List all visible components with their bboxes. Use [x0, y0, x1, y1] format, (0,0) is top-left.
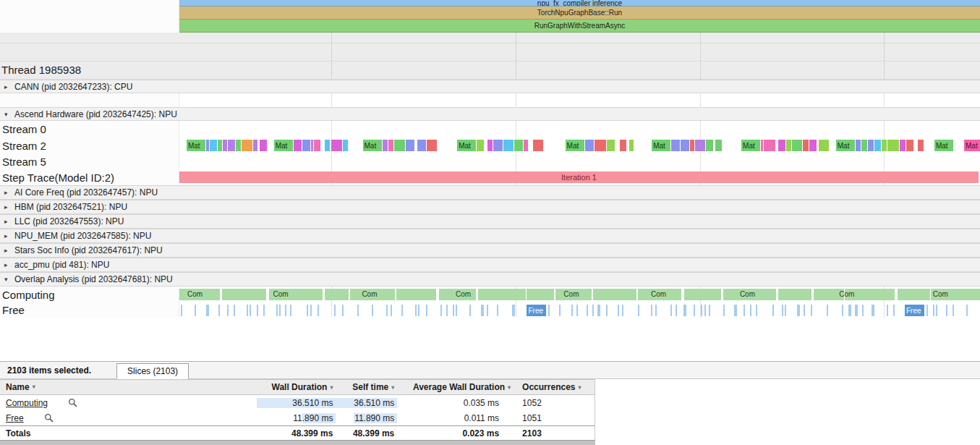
trace-slice[interactable] [497, 305, 498, 316]
slice-torchnpugraphbase-run[interactable]: TorchNpuGraphBase::Run [179, 7, 980, 20]
column-header-occurrences[interactable]: Occurrences▾ [516, 382, 595, 392]
trace-slice[interactable] [218, 305, 220, 316]
top-slices-canvas[interactable]: npu_fx_compiler inference TorchNpuGraphB… [179, 0, 980, 33]
trace-slice[interactable] [514, 140, 524, 151]
trace-slice[interactable] [651, 305, 652, 316]
trace-slice[interactable] [294, 140, 302, 151]
trace-slice[interactable] [372, 305, 373, 316]
trace-slice[interactable] [391, 305, 392, 316]
trace-slice-mat[interactable]: Mat [566, 140, 584, 151]
trace-slice[interactable] [453, 305, 454, 316]
trace-slice[interactable] [456, 305, 457, 316]
trace-slice[interactable] [548, 305, 550, 316]
empty-cpu-canvas[interactable] [179, 93, 980, 107]
trace-slice[interactable] [690, 140, 694, 151]
trace-slice[interactable] [782, 305, 783, 316]
trace-slice[interactable] [342, 305, 344, 316]
process-header-overlap[interactable]: ▾Overlap Analysis (pid 2032647681): NPU [0, 272, 980, 287]
trace-slice[interactable] [223, 140, 227, 151]
track-row-free[interactable]: Free FreeFree [0, 302, 980, 318]
trace-slice-mat[interactable]: Mat [457, 140, 476, 151]
trace-slice[interactable] [764, 140, 775, 151]
trace-slice[interactable] [868, 140, 874, 151]
track-canvas-stream5[interactable] [179, 153, 980, 169]
trace-slice[interactable] [357, 305, 359, 316]
trace-slice[interactable] [181, 305, 182, 316]
expander-icon[interactable]: ▸ [4, 83, 11, 90]
trace-slice-mat[interactable]: Mat [363, 140, 382, 151]
trace-slice[interactable] [318, 305, 319, 316]
process-header-npu_mem[interactable]: ▸NPU_MEM (pid 2032647585): NPU [0, 229, 980, 243]
trace-slice[interactable] [415, 305, 417, 316]
process-header-ascend-hardware[interactable]: ▾ Ascend Hardware (pid 2032647425): NPU [0, 107, 980, 121]
trace-slice-mat[interactable]: Mat [652, 140, 670, 151]
trace-slice-mat[interactable]: Mat [187, 140, 205, 151]
trace-slice[interactable] [206, 305, 209, 316]
trace-slice[interactable] [234, 305, 235, 316]
trace-slice[interactable] [893, 305, 895, 316]
trace-slice[interactable] [343, 140, 348, 151]
trace-slice[interactable] [383, 140, 388, 151]
trace-slice[interactable] [260, 140, 267, 151]
trace-slice[interactable] [576, 305, 578, 316]
table-row-free[interactable]: Free 11.890 ms 11.890 ms 0.011 ms 1051 [0, 410, 595, 425]
trace-slice[interactable] [210, 140, 217, 151]
trace-slice[interactable] [709, 305, 710, 316]
trace-slice[interactable] [638, 305, 639, 316]
trace-slice[interactable] [743, 305, 745, 316]
trace-slice[interactable] [440, 305, 442, 316]
trace-slice[interactable] [325, 140, 331, 151]
trace-slice[interactable] [695, 140, 705, 151]
trace-slice[interactable] [325, 289, 348, 300]
trace-slice[interactable] [195, 305, 196, 316]
trace-slice[interactable] [898, 289, 929, 300]
row-link-free[interactable]: Free [6, 413, 24, 423]
trace-slice[interactable] [253, 140, 257, 151]
trace-slice[interactable] [524, 140, 528, 151]
track-row-stream2[interactable]: Stream 2 MatMatMatMatMatMatMatMatMatMat [0, 137, 980, 153]
trace-slice[interactable] [285, 305, 286, 316]
trace-slice[interactable] [715, 140, 722, 151]
trace-slice[interactable] [257, 305, 258, 316]
trace-slice[interactable] [386, 305, 388, 316]
trace-slice[interactable] [585, 140, 594, 151]
filter-icon[interactable]: ▾ [33, 383, 35, 390]
trace-slice[interactable] [804, 305, 805, 316]
trace-slice[interactable] [772, 305, 774, 316]
trace-slice[interactable] [684, 289, 721, 300]
trace-slice[interactable] [314, 140, 320, 151]
track-row-stream0[interactable]: Stream 0 [0, 121, 980, 137]
trace-slice-free[interactable]: Free [527, 305, 546, 316]
trace-slice[interactable] [487, 305, 488, 316]
trace-slice[interactable] [872, 305, 874, 316]
trace-slice[interactable] [559, 305, 561, 316]
trace-slice[interactable] [527, 289, 554, 300]
trace-slice[interactable] [946, 305, 947, 316]
trace-slice[interactable] [607, 140, 615, 151]
trace-slice[interactable] [227, 305, 229, 316]
trace-slice[interactable] [593, 289, 636, 300]
trace-slice[interactable] [827, 305, 828, 316]
trace-slice[interactable] [842, 305, 843, 316]
expander-icon[interactable]: ▸ [4, 261, 11, 268]
trace-slice[interactable] [887, 140, 899, 151]
trace-slice[interactable] [469, 305, 471, 316]
filter-icon[interactable]: ▾ [391, 384, 394, 391]
trace-slice-free[interactable]: Free [905, 305, 924, 316]
filter-icon[interactable]: ▾ [330, 384, 333, 391]
trace-slice[interactable] [882, 140, 887, 151]
trace-slice[interactable] [571, 305, 573, 316]
trace-slice[interactable] [701, 305, 702, 316]
expander-icon[interactable]: ▸ [4, 232, 11, 240]
trace-slice[interactable] [681, 140, 690, 151]
trace-slice[interactable] [242, 140, 253, 151]
trace-slice[interactable] [670, 305, 672, 316]
trace-slice[interactable] [597, 305, 600, 316]
trace-slice[interactable] [493, 140, 503, 151]
trace-slice[interactable] [388, 140, 393, 151]
trace-slice[interactable] [533, 140, 543, 151]
trace-slice[interactable] [723, 305, 725, 316]
trace-slice[interactable] [592, 305, 594, 316]
trace-slice[interactable] [503, 140, 514, 151]
process-header-llc[interactable]: ▸LLC (pid 2032647553): NPU [0, 214, 980, 229]
